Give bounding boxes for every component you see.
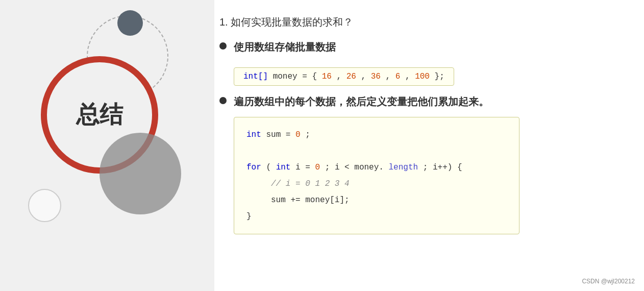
code-i-init: i = bbox=[295, 163, 315, 172]
code-kw-int-array: int[] bbox=[243, 72, 268, 81]
code-close-brace: }; bbox=[435, 72, 444, 81]
code-i-cond: ; i < money. bbox=[325, 163, 384, 172]
bullet-item-1: 使用数组存储批量数据 bbox=[219, 40, 633, 54]
bullet-text-1: 使用数组存储批量数据 bbox=[234, 40, 336, 54]
deco-circle-solid-small-top bbox=[117, 10, 143, 36]
code-comma-1: , bbox=[336, 72, 346, 81]
code-comment: // i = 0 1 2 3 4 bbox=[271, 179, 350, 188]
code-num-zero-2: 0 bbox=[315, 163, 320, 172]
code-indent-1 bbox=[246, 179, 266, 188]
code-comma-3: , bbox=[386, 72, 395, 81]
code-line-blank bbox=[246, 143, 507, 159]
watermark: CSDN @wjl200212 bbox=[582, 278, 635, 285]
code-line-sum: sum += money[i]; bbox=[246, 192, 507, 208]
code-num-zero: 0 bbox=[295, 130, 301, 139]
code-block-main: int sum = 0 ; for ( int i = 0 ; i < mone… bbox=[234, 117, 519, 234]
code-for-open: ( bbox=[266, 163, 271, 172]
code-num-16: 16 bbox=[322, 72, 332, 81]
code-comma-2: , bbox=[361, 72, 370, 81]
code-line-1: int sum = 0 ; bbox=[246, 127, 507, 143]
code-num-26: 26 bbox=[346, 72, 356, 81]
code-inline-block: int[] money = { 16 , 26 , 36 , 6 , 100 }… bbox=[234, 67, 454, 86]
bullet-dot-1 bbox=[219, 42, 227, 50]
right-section: 1. 如何实现批量数据的求和？ 使用数组存储批量数据 int[] money =… bbox=[219, 15, 633, 234]
code-length: length bbox=[389, 163, 418, 172]
code-line-close: } bbox=[246, 208, 507, 225]
deco-circle-gray-large bbox=[100, 133, 181, 214]
code-indent-2 bbox=[246, 196, 266, 205]
bullet-item-2: 遍历数组中的每个数据，然后定义变量把他们累加起来。 bbox=[219, 95, 633, 109]
code-semicolon-1: ; bbox=[305, 130, 310, 139]
code-normal-money: money = { bbox=[273, 72, 317, 81]
question-title: 1. 如何实现批量数据的求和？ bbox=[219, 15, 633, 29]
code-num-100: 100 bbox=[415, 72, 430, 81]
bullet-dot-2 bbox=[219, 97, 227, 104]
code-num-6: 6 bbox=[395, 72, 401, 81]
code-num-36: 36 bbox=[371, 72, 381, 81]
code-line-comment: // i = 0 1 2 3 4 bbox=[246, 176, 507, 192]
kw-int: int bbox=[246, 130, 261, 139]
bullet-text-2: 遍历数组中的每个数据，然后定义变量把他们累加起来。 bbox=[234, 95, 489, 109]
kw-for: for bbox=[246, 163, 261, 172]
left-section: 总结 bbox=[0, 0, 214, 291]
code-close-curly: } bbox=[246, 212, 252, 221]
code-comma-4: , bbox=[405, 72, 415, 81]
kw-int-2: int bbox=[276, 163, 291, 172]
code-line-for: for ( int i = 0 ; i < money. length ; i+… bbox=[246, 159, 507, 176]
code-sum-init: sum = bbox=[266, 130, 295, 139]
code-i-inc: ; i++) { bbox=[423, 163, 462, 172]
deco-circle-white-small bbox=[28, 189, 61, 222]
code-sum-assign: sum += money[i]; bbox=[271, 196, 350, 205]
main-label: 总结 bbox=[76, 99, 123, 131]
